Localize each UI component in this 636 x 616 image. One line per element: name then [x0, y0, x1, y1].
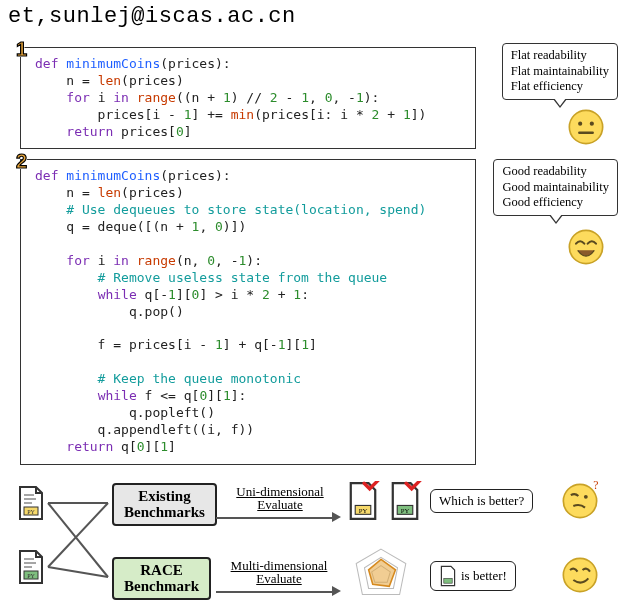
- code-panel-1: 1 def minimumCoins(prices): n = len(pric…: [20, 47, 476, 149]
- panel-badge-2: 2: [16, 150, 38, 176]
- small-file-icon: [439, 565, 457, 587]
- existing-benchmarks-box: Existing Benchmarks: [112, 483, 217, 526]
- existing-line: Existing: [124, 488, 205, 505]
- bubble1-line: Flat efficiency: [511, 79, 609, 95]
- svg-point-0: [569, 110, 602, 143]
- svg-rect-30: [444, 578, 452, 583]
- svg-point-23: [563, 484, 596, 517]
- python-file-icon: PY: [16, 485, 46, 521]
- code-block-2: def minimumCoins(prices): n = len(prices…: [35, 168, 465, 455]
- assessment-bubble-2: Good readability Good maintainability Go…: [493, 159, 618, 216]
- svg-point-2: [590, 122, 594, 126]
- python-file-icon: PY: [16, 549, 46, 585]
- svg-text:?: ?: [593, 481, 598, 492]
- bubble1-line: Flat readability: [511, 48, 609, 64]
- svg-line-18: [48, 567, 108, 577]
- figure-caption: Figure 1: Current benchmarks perform sin…: [0, 609, 636, 616]
- svg-line-16: [48, 503, 108, 577]
- bubble2-line: Good efficiency: [502, 195, 609, 211]
- svg-point-1: [578, 122, 582, 126]
- benchmark-diagram: PY PY Existing Benchmarks RACE Benchmark…: [16, 479, 620, 609]
- is-better-bubble: is better!: [430, 561, 516, 591]
- which-better-bubble: Which is better?: [430, 489, 533, 513]
- happy-face-icon: [566, 227, 606, 267]
- bubble2-line: Good readability: [502, 164, 609, 180]
- panel-badge-1: 1: [16, 38, 38, 64]
- smirk-face-icon: [560, 555, 600, 595]
- code-panel-2: 2 def minimumCoins(prices): n = len(pric…: [20, 159, 476, 464]
- svg-text:PY: PY: [359, 507, 368, 514]
- race-benchmark-box: RACE Benchmark: [112, 557, 211, 600]
- thinking-face-icon: ?: [560, 481, 600, 521]
- bubble1-line: Flat maintainability: [511, 64, 609, 80]
- svg-point-24: [584, 495, 588, 499]
- neutral-face-icon: [566, 107, 606, 147]
- uni-dimensional-label: Uni-dimensional Evaluate: [220, 485, 340, 512]
- race-line: Benchmark: [124, 578, 199, 595]
- svg-point-31: [563, 558, 596, 591]
- file-check-icon: PY: [346, 481, 380, 521]
- svg-text:PY: PY: [401, 507, 410, 514]
- header-email-fragment: et,sunlej@iscas.ac.cn: [0, 0, 636, 39]
- existing-line: Benchmarks: [124, 504, 205, 521]
- file-check-icon: PY: [388, 481, 422, 521]
- race-line: RACE: [124, 562, 199, 579]
- svg-text:PY: PY: [27, 509, 35, 515]
- multi-dimensional-label: Multi-dimensional Evaluate: [216, 559, 342, 586]
- bubble2-line: Good maintainability: [502, 180, 609, 196]
- radar-chart-icon: [350, 545, 412, 607]
- assessment-bubble-1: Flat readability Flat maintainability Fl…: [502, 43, 618, 100]
- code-block-1: def minimumCoins(prices): n = len(prices…: [35, 56, 465, 140]
- svg-point-4: [569, 230, 602, 263]
- branch-lines-icon: [44, 483, 114, 603]
- svg-text:PY: PY: [27, 573, 35, 579]
